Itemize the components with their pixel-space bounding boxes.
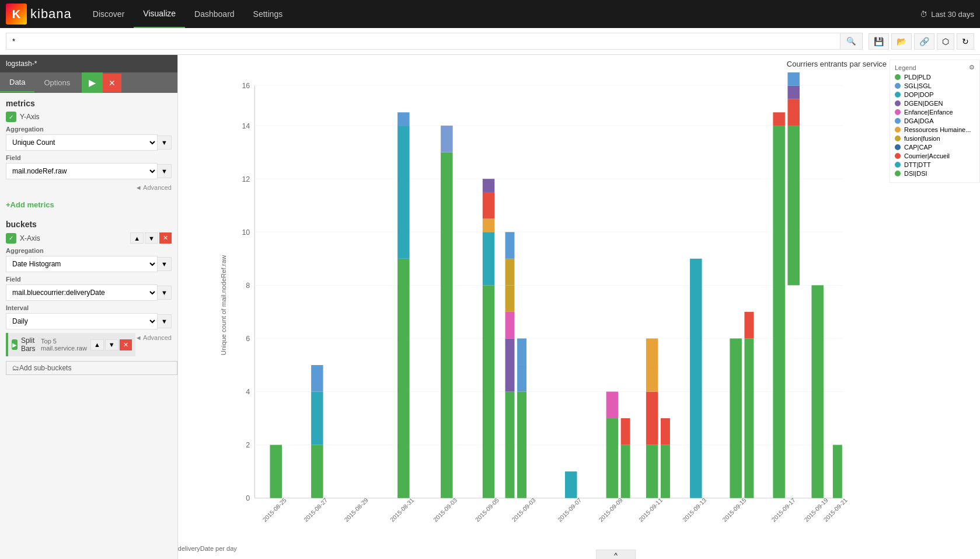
tab-data[interactable]: Data — [0, 73, 34, 92]
field-select[interactable]: mail.nodeRef.raw — [6, 163, 158, 179]
svg-rect-36 — [483, 232, 494, 285]
expand-button[interactable]: ^ — [596, 550, 636, 559]
x-axis-down[interactable]: ▼ — [145, 232, 158, 244]
legend-dot-dtt — [895, 162, 901, 168]
svg-rect-25 — [311, 365, 323, 392]
run-button[interactable]: ▶ — [82, 72, 103, 93]
open-button[interactable]: 📂 — [891, 33, 912, 50]
aggregation-label: Aggregation — [6, 126, 172, 133]
bucket-aggregation-select[interactable]: Date Histogram — [6, 256, 158, 272]
svg-rect-54 — [606, 392, 618, 419]
close-button[interactable]: ✕ — [103, 74, 121, 92]
legend-courrier[interactable]: Courrier|Accueil — [895, 152, 975, 159]
split-remove[interactable]: ✕ — [120, 339, 132, 350]
chart-svg: 0 2 4 6 8 10 12 14 — [178, 72, 890, 538]
search-input[interactable] — [6, 33, 841, 50]
refresh-button[interactable]: ↻ — [957, 33, 974, 50]
embed-button[interactable]: ⬡ — [937, 33, 954, 50]
field-label: Field — [6, 154, 172, 161]
legend-pld[interactable]: PLD|PLD — [895, 74, 975, 81]
legend-cap[interactable]: CAP|CAP — [895, 144, 975, 151]
svg-rect-78 — [811, 285, 823, 498]
nav-dashboard[interactable]: Dashboard — [185, 0, 244, 28]
metrics-section: ✓ Y-Axis Aggregation Unique Count ▼ Fiel… — [0, 112, 177, 196]
time-range[interactable]: ⏱ Last 30 days — [920, 10, 974, 19]
svg-rect-46 — [505, 245, 515, 259]
legend-dot-rh — [895, 127, 901, 133]
nav-settings[interactable]: Settings — [244, 0, 292, 28]
svg-rect-56 — [621, 445, 630, 498]
svg-rect-67 — [730, 338, 741, 498]
legend-label-pld: PLD|PLD — [904, 74, 931, 81]
save-button[interactable]: 💾 — [869, 33, 889, 50]
interval-arrow: ▼ — [158, 314, 172, 328]
svg-text:2015-08-29: 2015-08-29 — [343, 496, 369, 523]
svg-rect-74 — [787, 99, 799, 126]
search-button[interactable]: 🔍 — [841, 33, 863, 50]
svg-rect-57 — [621, 418, 630, 445]
svg-rect-63 — [661, 445, 670, 498]
svg-rect-76 — [787, 72, 799, 86]
y-axis-toggle[interactable]: ✓ — [6, 112, 16, 122]
split-up[interactable]: ▲ — [90, 339, 104, 350]
legend-fusion[interactable]: fusion|fusion — [895, 135, 975, 142]
svg-rect-71 — [773, 126, 784, 498]
time-range-label: Last 30 days — [931, 10, 974, 19]
legend-dot-dgen — [895, 100, 901, 106]
svg-rect-47 — [505, 232, 515, 245]
legend-dgen[interactable]: DGEN|DGEN — [895, 100, 975, 107]
x-axis-toggle[interactable]: ✓ — [6, 233, 16, 244]
legend-dga[interactable]: DGA|DGA — [895, 117, 975, 124]
nav-visualize[interactable]: Visualize — [134, 0, 185, 28]
legend-gear-icon[interactable]: ⚙ — [969, 64, 975, 71]
x-axis-up[interactable]: ▲ — [130, 232, 144, 244]
svg-text:2015-09-05: 2015-09-05 — [474, 496, 500, 523]
tab-options[interactable]: Options — [34, 74, 79, 92]
svg-rect-50 — [517, 338, 526, 365]
svg-rect-44 — [505, 285, 515, 312]
split-down[interactable]: ▼ — [105, 339, 118, 350]
kibana-logo-text: kibana — [30, 6, 72, 22]
interval-select[interactable]: Daily — [6, 313, 158, 329]
legend-area: Legend ⚙ PLD|PLD SGL|SGL DOP|DOP DGEN|DG… — [890, 60, 980, 183]
kibana-logo-icon: K — [6, 4, 27, 25]
svg-text:6: 6 — [246, 335, 250, 343]
aggregation-select[interactable]: Unique Count — [6, 134, 158, 151]
svg-rect-32 — [441, 152, 452, 498]
legend-enfance[interactable]: Enfance|Enfance — [895, 109, 975, 116]
aggregation-arrow: ▼ — [158, 136, 172, 150]
svg-rect-61 — [646, 338, 658, 365]
add-sub-buckets-button[interactable]: 🗂 Add sub-buckets — [6, 361, 177, 375]
legend-dop[interactable]: DOP|DOP — [895, 91, 975, 98]
legend-label-sgl: SGL|SGL — [904, 82, 932, 89]
bucket-aggregation-label: Aggregation — [6, 247, 172, 254]
metrics-advanced-link[interactable]: Advanced — [135, 184, 172, 191]
add-metrics-button[interactable]: Add metrics — [0, 196, 177, 214]
index-label: logstash-* — [0, 55, 177, 72]
legend-dsi[interactable]: DSI|DSI — [895, 170, 975, 177]
svg-rect-75 — [787, 86, 799, 99]
svg-rect-51 — [565, 471, 577, 498]
nav-discover[interactable]: Discover — [83, 0, 134, 28]
x-axis-label: mail.bluecourrier:deliveryDate per day — [178, 545, 636, 552]
legend-sgl[interactable]: SGL|SGL — [895, 82, 975, 89]
svg-text:16: 16 — [242, 82, 250, 90]
x-axis-label: X-Axis — [20, 234, 40, 242]
left-panel: logstash-* Data Options ▶ ✕ metrics ✓ Y-… — [0, 55, 178, 559]
buckets-advanced-link[interactable]: Advanced — [135, 334, 172, 341]
svg-text:4: 4 — [246, 388, 250, 396]
legend-dtt[interactable]: DTT|DTT — [895, 161, 975, 168]
split-bars-toggle[interactable]: ▶ — [12, 339, 18, 350]
svg-rect-69 — [744, 338, 754, 498]
svg-text:2015-09-17: 2015-09-17 — [770, 496, 797, 523]
x-axis-remove[interactable]: ✕ — [159, 232, 172, 244]
bucket-field-select[interactable]: mail.bluecourrier:deliveryDate — [6, 284, 158, 301]
legend-rh[interactable]: Ressources Humaine... — [895, 126, 975, 133]
split-bars-desc: Top 5 mail.service.raw — [41, 338, 87, 352]
share-button[interactable]: 🔗 — [914, 33, 934, 50]
svg-rect-35 — [483, 285, 494, 498]
legend-dot-dga — [895, 118, 901, 124]
svg-rect-28 — [397, 259, 409, 498]
legend-dot-courrier — [895, 153, 901, 159]
svg-rect-53 — [606, 418, 618, 498]
